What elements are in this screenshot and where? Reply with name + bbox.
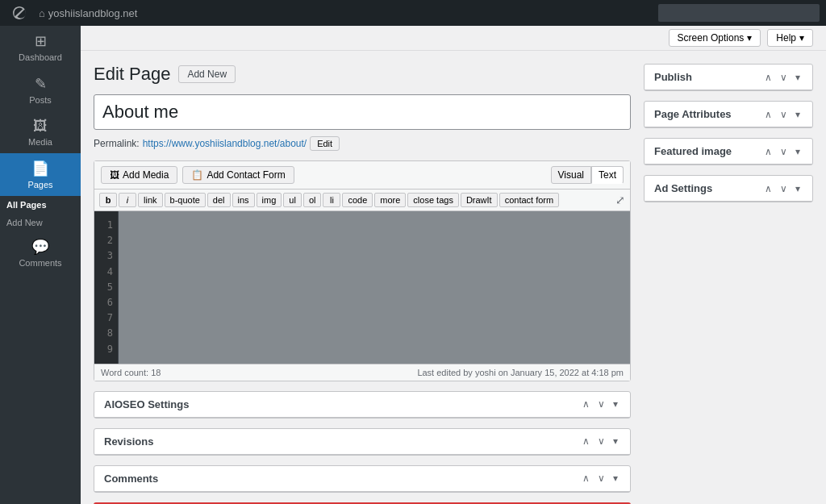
comments-title: Comments [104, 473, 580, 485]
aioseo-expand[interactable]: ▾ [611, 398, 620, 410]
page-attributes-expand[interactable]: ▾ [793, 109, 803, 120]
sidebar-item-pages[interactable]: 📄 Pages [0, 153, 81, 196]
featured-image-down[interactable]: ∨ [778, 146, 790, 157]
fmt-more[interactable]: more [374, 193, 406, 207]
page-attributes-up[interactable]: ∧ [762, 109, 774, 120]
editor-toolbar-top: 🖼 Add Media 📋 Add Contact Form Visual Te… [94, 161, 630, 190]
line-4: 4 [99, 264, 113, 280]
permalink-bar: Permalink: https://www.yoshiislandblog.n… [94, 136, 631, 151]
line-2: 2 [99, 233, 113, 248]
ad-settings-header[interactable]: Ad Settings ∧ ∨ ▾ [645, 176, 812, 202]
fmt-ul[interactable]: ul [283, 193, 302, 207]
wp-main: Edit Page Add New Permalink: https://www… [94, 64, 631, 504]
revisions-metabox: Revisions ∧ ∨ ▾ [94, 428, 631, 456]
publish-expand[interactable]: ▾ [793, 72, 803, 83]
help-label: Help [776, 32, 796, 44]
edit-permalink-button[interactable]: Edit [310, 136, 340, 151]
line-1: 1 [99, 218, 113, 233]
sidebar-item-comments-label: Comments [19, 258, 61, 268]
comments-expand[interactable]: ▾ [611, 473, 620, 484]
comments-up[interactable]: ∧ [580, 473, 592, 484]
add-contact-form-label: Add Contact Form [206, 169, 285, 181]
fmt-li[interactable]: li [323, 193, 340, 207]
fmt-ins[interactable]: ins [232, 193, 255, 207]
fmt-drawit[interactable]: DrawIt [461, 193, 498, 207]
expand-button[interactable]: ⤢ [615, 194, 625, 206]
code-editor-textarea[interactable] [119, 211, 630, 364]
add-new-button[interactable]: Add New [178, 65, 236, 83]
sidebar-item-comments[interactable]: 💬 Comments [0, 231, 81, 274]
aioseo-down[interactable]: ∨ [595, 398, 607, 410]
admin-bar: yoshiislandblog.net [0, 0, 826, 26]
help-button[interactable]: Help ▾ [767, 29, 813, 47]
fmt-bold[interactable]: b [99, 193, 117, 207]
fmt-del[interactable]: del [207, 193, 231, 207]
fmt-contact-form[interactable]: contact form [499, 193, 560, 207]
permalink-url[interactable]: https://www.yoshiislandblog.net/about/ [143, 138, 307, 149]
comments-metabox-header[interactable]: Comments ∧ ∨ ▾ [94, 466, 630, 492]
aioseo-metabox-header[interactable]: AIOSEO Settings ∧ ∨ ▾ [94, 392, 630, 418]
wp-content: Edit Page Add New Permalink: https://www… [81, 51, 826, 504]
comments-down[interactable]: ∨ [595, 473, 607, 484]
revisions-up[interactable]: ∧ [580, 435, 592, 447]
fmt-close-tags[interactable]: close tags [407, 193, 459, 207]
fmt-link[interactable]: link [138, 193, 163, 207]
contact-form-icon: 📋 [191, 169, 203, 181]
revisions-metabox-header[interactable]: Revisions ∧ ∨ ▾ [94, 429, 630, 455]
ad-settings-expand[interactable]: ▾ [793, 183, 803, 194]
add-media-button[interactable]: 🖼 Add Media [101, 166, 177, 184]
pages-submenu: All Pages Add New [0, 196, 81, 231]
sidebar-item-posts-label: Posts [29, 95, 52, 105]
adminbar-site[interactable]: yoshiislandblog.net [39, 7, 137, 19]
comments-icon: 💬 [31, 238, 49, 256]
revisions-expand[interactable]: ▾ [611, 435, 620, 447]
admin-menu: ⊞ Dashboard ✎ Posts 🖼 Media 📄 Pages All … [0, 26, 81, 504]
text-tab[interactable]: Text [591, 166, 624, 184]
aioseo-up[interactable]: ∧ [580, 398, 592, 410]
fmt-img[interactable]: img [257, 193, 282, 207]
publish-up[interactable]: ∧ [762, 72, 774, 83]
page-attributes-down[interactable]: ∨ [778, 109, 790, 120]
ad-settings-up[interactable]: ∧ [762, 183, 774, 194]
fmt-bquote[interactable]: b-quote [165, 193, 206, 207]
fmt-italic[interactable]: i [119, 193, 136, 207]
publish-metabox-header[interactable]: Publish ∧ ∨ ▾ [645, 65, 812, 90]
screen-options-button[interactable]: Screen Options ▾ [669, 29, 761, 47]
publish-controls: ∧ ∨ ▾ [762, 72, 803, 83]
line-3: 3 [99, 248, 113, 264]
add-media-label: Add Media [123, 169, 169, 181]
submenu-add-new[interactable]: Add New [0, 214, 81, 231]
screen-options-label: Screen Options [678, 32, 745, 44]
aioseo-title: AIOSEO Settings [104, 398, 580, 410]
page-heading: Edit Page [94, 64, 170, 85]
visual-tab[interactable]: Visual [551, 166, 591, 184]
comments-controls: ∧ ∨ ▾ [580, 473, 620, 484]
add-contact-form-button[interactable]: 📋 Add Contact Form [182, 166, 294, 184]
publish-down[interactable]: ∨ [778, 72, 790, 83]
featured-image-up[interactable]: ∧ [762, 146, 774, 157]
sidebar-item-pages-label: Pages [27, 180, 52, 190]
sidebar-item-media[interactable]: 🖼 Media [0, 111, 81, 153]
featured-image-header[interactable]: Featured image ∧ ∨ ▾ [645, 139, 812, 165]
featured-image-expand[interactable]: ▾ [793, 146, 803, 157]
sidebar-item-posts[interactable]: ✎ Posts [0, 69, 81, 111]
submenu-all-pages[interactable]: All Pages [0, 196, 81, 214]
sidebar-item-dashboard[interactable]: ⊞ Dashboard [0, 26, 81, 69]
fmt-ol[interactable]: ol [303, 193, 322, 207]
line-6: 6 [99, 295, 113, 310]
page-attributes-header[interactable]: Page Attributes ∧ ∨ ▾ [645, 102, 812, 127]
adminbar-search[interactable] [658, 4, 820, 22]
ad-settings-title: Ad Settings [654, 182, 762, 194]
line-5: 5 [99, 280, 113, 295]
add-media-icon: 🖼 [110, 169, 119, 181]
media-icon: 🖼 [33, 118, 48, 135]
aioseo-metabox: AIOSEO Settings ∧ ∨ ▾ [94, 391, 631, 419]
wp-logo [6, 0, 32, 26]
fmt-code[interactable]: code [342, 193, 373, 207]
post-title-input[interactable] [94, 94, 631, 130]
format-toolbar: b i link b-quote del ins img ul ol li co… [94, 190, 630, 211]
ad-settings-down[interactable]: ∨ [778, 183, 790, 194]
revisions-down[interactable]: ∨ [595, 435, 607, 447]
word-count: Word count: 18 [101, 368, 161, 377]
editor-footer: Word count: 18 Last edited by yoshi on J… [94, 364, 630, 381]
